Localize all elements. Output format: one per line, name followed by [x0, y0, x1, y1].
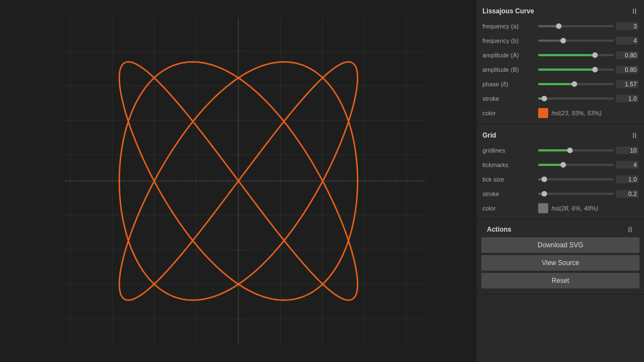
view-source-button[interactable]: View Source [481, 255, 640, 271]
slider-phase[interactable] [538, 80, 614, 89]
slider-tickmarks[interactable] [538, 160, 614, 169]
value-amplitude-a: 0.80 [616, 51, 638, 59]
download-svg-button[interactable]: Download SVG [481, 237, 640, 253]
slider-frequency-b[interactable] [538, 36, 614, 45]
curve-section-title: Lissajous Curve [482, 7, 534, 15]
value-grid-stroke: 0.2 [616, 190, 638, 198]
value-frequency-b: 4 [616, 37, 638, 45]
label-curve-color: color [482, 110, 538, 116]
value-curve-stroke: 1.0 [616, 95, 638, 102]
label-gridlines: gridlines [482, 147, 538, 154]
slider-tick-size[interactable] [538, 175, 614, 184]
label-frequency-b: frequency (b) [482, 37, 538, 44]
value-frequency-a: 3 [616, 22, 638, 30]
curve-section: Lissajous Curve ⏸ frequency (a) 3 freque… [477, 0, 644, 124]
control-panel: Lissajous Curve ⏸ frequency (a) 3 freque… [477, 0, 644, 362]
param-grid-stroke: stroke 0.2 [477, 187, 644, 201]
label-tickmarks: tickmarks [482, 162, 538, 168]
slider-amplitude-a[interactable] [538, 51, 614, 60]
label-curve-stroke: stroke [482, 95, 538, 102]
value-phase: 1.57 [616, 80, 638, 88]
grid-color-value: hsl(28, 6%, 48%) [552, 205, 638, 212]
param-amplitude-b: amplitude (B) 0.80 [477, 62, 644, 77]
label-tick-size: tick size [482, 176, 538, 183]
param-tickmarks: tickmarks 4 [477, 158, 644, 172]
curve-color-value: hsl(23, 93%, 53%) [552, 110, 638, 116]
param-curve-color: color hsl(23, 93%, 53%) [477, 106, 644, 120]
value-gridlines: 10 [616, 146, 638, 154]
label-phase: phase (δ) [482, 81, 538, 87]
label-amplitude-b: amplitude (B) [482, 66, 538, 73]
curve-section-toggle[interactable]: ⏸ [631, 7, 638, 16]
param-gridlines: gridlines 10 [477, 143, 644, 158]
grid-color-swatch[interactable] [538, 203, 548, 213]
actions-section: Actions ⏸ Download SVG View Source Reset [477, 219, 644, 295]
param-phase: phase (δ) 1.57 [477, 77, 644, 91]
slider-gridlines[interactable] [538, 146, 614, 155]
curve-section-header: Lissajous Curve ⏸ [477, 4, 644, 19]
curve-color-swatch[interactable] [538, 108, 548, 118]
label-frequency-a: frequency (a) [482, 23, 538, 30]
param-amplitude-a: amplitude (A) 0.80 [477, 48, 644, 62]
label-grid-stroke: stroke [482, 190, 538, 197]
value-tick-size: 1.0 [616, 175, 638, 183]
slider-curve-stroke[interactable] [538, 94, 614, 103]
actions-section-title: Actions [487, 226, 511, 233]
actions-section-header: Actions ⏸ [481, 223, 640, 237]
actions-section-toggle[interactable]: ⏸ [626, 225, 634, 234]
reset-button[interactable]: Reset [481, 273, 640, 288]
canvas-area [0, 0, 477, 362]
param-grid-color: color hsl(28, 6%, 48%) [477, 201, 644, 216]
slider-grid-stroke[interactable] [538, 189, 614, 198]
label-amplitude-a: amplitude (A) [482, 52, 538, 58]
param-curve-stroke: stroke 1.0 [477, 91, 644, 106]
value-amplitude-b: 0.80 [616, 66, 638, 74]
param-frequency-a: frequency (a) 3 [477, 19, 644, 33]
grid-section-title: Grid [482, 131, 496, 139]
grid-section: Grid ⏸ gridlines 10 tickmarks [477, 124, 644, 219]
slider-amplitude-b[interactable] [538, 65, 614, 74]
lissajous-canvas [0, 0, 477, 362]
slider-frequency-a[interactable] [538, 22, 614, 31]
grid-section-header: Grid ⏸ [477, 129, 644, 143]
param-tick-size: tick size 1.0 [477, 172, 644, 187]
value-tickmarks: 4 [616, 161, 638, 169]
grid-section-toggle[interactable]: ⏸ [631, 131, 638, 140]
param-frequency-b: frequency (b) 4 [477, 33, 644, 48]
label-grid-color: color [482, 205, 538, 212]
